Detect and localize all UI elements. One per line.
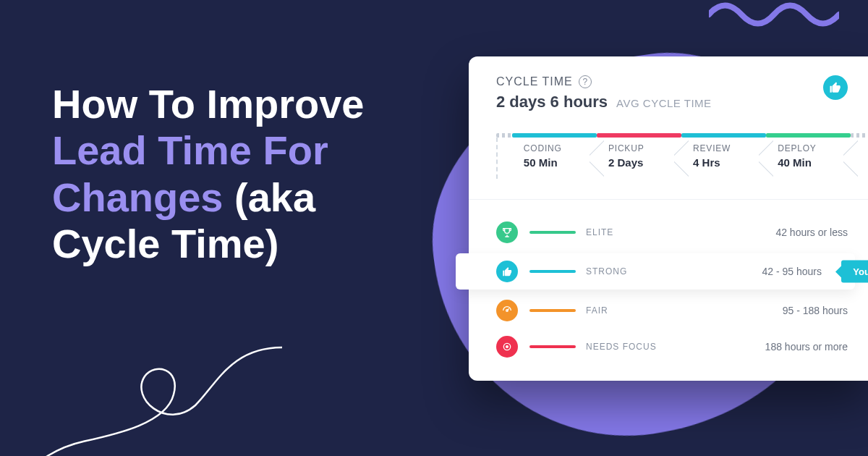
stage-value: 2 Days [608,156,674,169]
thumbs-up-badge [823,75,848,100]
card-header: CYCLE TIME ? 2 days 6 hours AVG CYCLE TI… [469,75,868,111]
benchmark-name: ELITE [586,227,775,237]
stage-label: REVIEW [693,143,759,153]
stage-label: PICKUP [608,143,674,153]
card-title: CYCLE TIME [496,75,573,88]
stage-pickup[interactable]: PICKUP 2 Days [597,133,681,179]
stage-label: CODING [524,143,590,153]
benchmark-bar [529,231,576,234]
headline-part1: How To Improve [52,81,364,127]
benchmarks-list: ELITE 42 hours or less STRONG 42 - 95 ho… [469,200,868,372]
thumbs-up-icon [496,261,518,282]
benchmark-bar [529,345,576,348]
benchmark-range: 95 - 188 hours [783,305,848,316]
benchmark-bar [529,270,576,273]
benchmark-name: NEEDS FOCUS [586,342,765,352]
decorative-wave [709,0,839,29]
svg-point-1 [506,346,509,348]
target-icon [496,336,518,358]
benchmark-bar [529,309,576,312]
stage-label: DEPLOY [778,143,843,153]
decorative-squiggle [14,340,289,456]
trophy-icon [496,221,518,243]
benchmark-needs-focus: NEEDS FOCUS 188 hours or more [469,329,868,365]
cycle-stages: CODING 50 Min PICKUP 2 Days REVIEW 4 Hrs… [469,133,868,179]
benchmark-elite: ELITE 42 hours or less [469,214,868,250]
benchmark-strong: STRONG 42 - 95 hours Your [456,253,855,290]
cycle-time-card: CYCLE TIME ? 2 days 6 hours AVG CYCLE TI… [469,56,868,381]
stage-prelude [496,133,512,179]
your-benchmark-tag: Your [841,261,868,283]
benchmark-range: 42 - 95 hours [762,266,822,277]
avg-cycle-value: 2 days 6 hours [496,93,608,111]
page-headline: How To Improve Lead Time For Changes (ak… [52,81,428,268]
stage-value: 4 Hrs [693,156,759,169]
help-icon[interactable]: ? [579,75,592,88]
stage-value: 40 Min [778,156,843,169]
stage-value: 50 Min [524,156,590,169]
benchmark-name: FAIR [586,305,783,316]
benchmark-range: 42 hours or less [775,227,848,238]
gauge-icon [496,300,518,321]
stage-coding[interactable]: CODING 50 Min [512,133,597,179]
avg-cycle-label: AVG CYCLE TIME [616,97,711,109]
benchmark-fair: FAIR 95 - 188 hours [469,292,868,329]
benchmark-name: STRONG [586,266,762,276]
benchmark-range: 188 hours or more [765,341,848,352]
stage-review[interactable]: REVIEW 4 Hrs [681,133,766,179]
stage-deploy[interactable]: DEPLOY 40 Min [766,133,851,179]
